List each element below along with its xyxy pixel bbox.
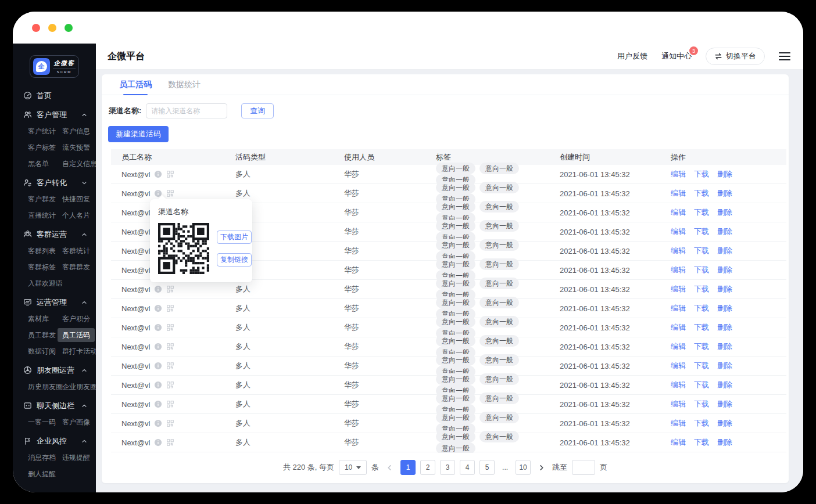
download-link[interactable]: 下载: [694, 227, 709, 236]
sidebar-group-2[interactable]: 客户转化: [13, 173, 96, 192]
info-icon[interactable]: [154, 438, 162, 447]
switch-platform-button[interactable]: 切换平台: [706, 48, 765, 65]
sidebar-item[interactable]: 客户统计: [28, 126, 56, 136]
sidebar-item[interactable]: 个人名片: [62, 210, 90, 221]
sidebar-item[interactable]: 自定义信息: [62, 159, 96, 169]
edit-link[interactable]: 编辑: [671, 419, 686, 427]
edit-link[interactable]: 编辑: [671, 361, 686, 370]
sidebar-group-0[interactable]: 首页: [13, 86, 96, 105]
info-icon[interactable]: [154, 285, 162, 293]
page-button-1[interactable]: 1: [400, 460, 416, 475]
qr-code-icon[interactable]: [166, 285, 174, 293]
info-icon[interactable]: [154, 323, 162, 332]
sidebar-group-7[interactable]: 企业风控: [13, 431, 96, 451]
sidebar-item[interactable]: 客群标签: [28, 262, 56, 272]
notification-center-link[interactable]: 通知中心 3: [661, 51, 692, 62]
sidebar-item[interactable]: 客户画像: [62, 417, 90, 427]
edit-link[interactable]: 编辑: [671, 265, 686, 274]
edit-link[interactable]: 编辑: [671, 208, 686, 217]
sidebar-item[interactable]: 客群群发: [62, 262, 90, 272]
sidebar-group-4[interactable]: 运营管理: [13, 293, 96, 312]
delete-link[interactable]: 删除: [717, 323, 732, 332]
sidebar-group-6[interactable]: 聊天侧边栏: [13, 396, 96, 415]
edit-link[interactable]: 编辑: [671, 342, 686, 351]
sidebar-item[interactable]: 流失预警: [62, 142, 90, 153]
page-button-5[interactable]: 5: [479, 460, 495, 475]
prev-page-button[interactable]: [384, 460, 396, 475]
qr-code-icon[interactable]: [166, 343, 174, 351]
delete-link[interactable]: 删除: [717, 265, 732, 274]
edit-link[interactable]: 编辑: [671, 380, 686, 389]
sidebar-item[interactable]: 历史朋友圈: [28, 381, 63, 392]
qr-code-icon[interactable]: [166, 438, 174, 447]
download-link[interactable]: 下载: [694, 170, 709, 178]
edit-link[interactable]: 编辑: [671, 246, 686, 255]
qr-code-icon[interactable]: [166, 381, 174, 389]
tab-active[interactable]: 员工活码: [119, 74, 152, 95]
sidebar-item[interactable]: 客户标签: [28, 142, 56, 153]
sidebar-item[interactable]: 数据订阅: [28, 346, 56, 357]
qr-code-icon[interactable]: [166, 304, 174, 312]
info-icon[interactable]: [154, 400, 162, 408]
delete-link[interactable]: 删除: [717, 285, 732, 293]
page-button-10[interactable]: 10: [516, 460, 531, 475]
sidebar-item[interactable]: 黑名单: [28, 159, 49, 169]
info-icon[interactable]: [154, 362, 162, 370]
sidebar-group-3[interactable]: 客群运营: [13, 225, 96, 244]
delete-link[interactable]: 删除: [717, 438, 732, 447]
download-link[interactable]: 下载: [694, 380, 709, 389]
sidebar-item-active[interactable]: 员工活码: [58, 328, 95, 342]
qr-code-icon[interactable]: [166, 323, 174, 332]
edit-link[interactable]: 编辑: [671, 170, 686, 178]
info-icon[interactable]: [154, 419, 162, 427]
sidebar-item[interactable]: 员工群发: [28, 330, 56, 340]
sidebar-item[interactable]: 一客一码: [28, 417, 56, 427]
page-button-2[interactable]: 2: [420, 460, 435, 475]
page-button-3[interactable]: 3: [440, 460, 455, 475]
copy-link-button[interactable]: 复制链接: [217, 253, 252, 267]
sidebar-item[interactable]: 客户积分: [62, 314, 90, 324]
edit-link[interactable]: 编辑: [671, 399, 686, 408]
qr-code-icon[interactable]: [166, 170, 174, 178]
download-link[interactable]: 下载: [694, 419, 709, 427]
delete-link[interactable]: 删除: [717, 380, 732, 389]
download-link[interactable]: 下载: [694, 361, 709, 370]
sidebar-item[interactable]: 客户信息: [62, 126, 90, 136]
jump-page-input[interactable]: [572, 460, 595, 475]
delete-link[interactable]: 删除: [717, 399, 732, 408]
sidebar-group-1[interactable]: 客户管理: [13, 105, 96, 124]
tab-inactive[interactable]: 数据统计: [168, 74, 201, 95]
sidebar-item[interactable]: 客户群发: [28, 194, 56, 204]
edit-link[interactable]: 编辑: [671, 227, 686, 236]
page-button-4[interactable]: 4: [460, 460, 475, 475]
user-feedback-link[interactable]: 用户反馈: [617, 51, 647, 62]
page-size-select[interactable]: 10: [339, 460, 367, 475]
sidebar-item[interactable]: 群打卡活动: [62, 346, 96, 357]
sidebar-item[interactable]: 入群欢迎语: [28, 278, 63, 289]
sidebar-item[interactable]: 客群统计: [62, 246, 90, 256]
info-icon[interactable]: [154, 170, 162, 178]
download-link[interactable]: 下载: [694, 285, 709, 293]
delete-link[interactable]: 删除: [717, 227, 732, 236]
page-ellipsis[interactable]: ...: [499, 460, 511, 475]
qr-code-icon[interactable]: [166, 362, 174, 370]
sidebar-item[interactable]: 企业朋友圈: [62, 381, 96, 392]
sidebar-item[interactable]: 违规提醒: [62, 452, 90, 463]
download-link[interactable]: 下载: [694, 246, 709, 255]
download-link[interactable]: 下载: [694, 304, 709, 312]
download-link[interactable]: 下载: [694, 323, 709, 332]
create-channel-qr-button[interactable]: 新建渠道活码: [108, 126, 169, 142]
close-window-button[interactable]: [32, 24, 40, 32]
sidebar-item[interactable]: 素材库: [28, 314, 49, 324]
download-link[interactable]: 下载: [694, 208, 709, 217]
sidebar-item[interactable]: 客群列表: [28, 246, 56, 256]
delete-link[interactable]: 删除: [717, 246, 732, 255]
download-link[interactable]: 下载: [694, 265, 709, 274]
edit-link[interactable]: 编辑: [671, 285, 686, 293]
sidebar-group-5[interactable]: 朋友圈运营: [13, 361, 96, 380]
download-link[interactable]: 下载: [694, 399, 709, 408]
download-link[interactable]: 下载: [694, 189, 709, 197]
info-icon[interactable]: [154, 381, 162, 389]
info-icon[interactable]: [154, 343, 162, 351]
menu-icon[interactable]: [779, 52, 790, 60]
